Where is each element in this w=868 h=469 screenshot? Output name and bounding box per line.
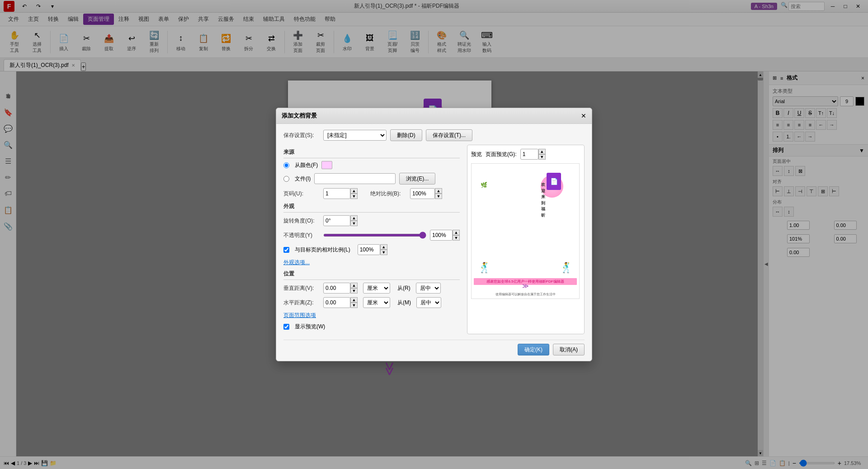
opacity-spinner: ▲ ▼ <box>430 230 460 241</box>
color-radio[interactable] <box>283 162 289 168</box>
vertical-from-select[interactable]: 居中 <box>416 283 441 294</box>
rotation-label: 旋转角度(O): <box>283 217 320 225</box>
show-preview-checkbox[interactable] <box>283 324 289 330</box>
preview-down-btn[interactable]: ▼ <box>538 154 546 160</box>
from-m-label: 从(M) <box>397 299 411 307</box>
horizontal-from-select[interactable]: 居中 <box>416 297 441 308</box>
page-range-link[interactable]: 页面范围选项 <box>283 312 316 319</box>
vertical-unit-select[interactable]: 厘米 <box>363 283 390 294</box>
horiz-up-btn[interactable]: ▲ <box>350 297 358 303</box>
horizontal-unit-select[interactable]: 厘米 <box>363 297 390 308</box>
color-swatch[interactable] <box>321 161 332 169</box>
rotation-down-btn[interactable]: ▼ <box>350 221 358 226</box>
rel-scale-up-btn[interactable]: ▲ <box>380 244 387 250</box>
position-section-title: 位置 <box>283 270 460 280</box>
vert-up-btn[interactable]: ▲ <box>350 283 358 288</box>
horizontal-input[interactable] <box>323 297 350 308</box>
file-option-row: 文件(I) 浏览(E)... <box>283 173 460 185</box>
file-input[interactable] <box>314 173 396 184</box>
page-up-btn[interactable]: ▲ <box>350 188 358 194</box>
opacity-label: 不透明度(Y) <box>283 232 320 239</box>
color-option-row: 从颜色(F) <box>283 161 460 169</box>
from-r-label: 从(R) <box>397 284 410 292</box>
preview-welcome: 欢迎来到福昕 <box>541 182 545 218</box>
ok-btn[interactable]: 确定(K) <box>518 344 549 355</box>
preview-label: 预览 <box>471 151 482 158</box>
cancel-btn[interactable]: 取消(A) <box>553 344 585 355</box>
opacity-slider[interactable] <box>323 234 426 237</box>
page-range-row: 页面范围选项 <box>283 312 460 319</box>
dialog-body: 保存设置(S): [未指定] 删除(D) 保存设置(T)... 来源 从颜色(F… <box>276 124 592 361</box>
page-scale-row: 页码(U): ▲ ▼ 绝对比例(B): ▲ <box>283 188 460 199</box>
save-settings-btn[interactable]: 保存设置(T)... <box>426 129 472 141</box>
opacity-down-btn[interactable]: ▼ <box>453 235 460 241</box>
dialog-title-text: 添加文档背景 <box>282 112 317 120</box>
color-option-label: 从颜色(F) <box>295 161 318 169</box>
file-radio[interactable] <box>283 176 289 182</box>
dialog-left: 来源 从颜色(F) 文件(I) 浏览(E)... <box>283 145 460 334</box>
preview-subtext: 使用编辑器可以解放自在属于您工作生活中 <box>474 292 577 296</box>
file-option-label: 文件(I) <box>295 175 311 183</box>
scale-checkbox-label: 与目标页的相对比例(L) <box>295 246 350 254</box>
rel-scale-spinner: ▲ ▼ <box>358 244 387 255</box>
dialog-buttons: 确定(K) 取消(A) <box>283 340 585 355</box>
vert-down-btn[interactable]: ▼ <box>350 288 358 294</box>
opacity-row: 不透明度(Y) ▲ ▼ <box>283 230 460 241</box>
dialog-overlay: 添加文档背景 ✕ 保存设置(S): [未指定] 删除(D) 保存设置(T)...… <box>0 0 868 469</box>
delete-btn[interactable]: 删除(D) <box>390 129 422 141</box>
vertical-spinner: ▲ ▼ <box>323 283 358 294</box>
preview-chevron: ≫ <box>522 282 529 289</box>
source-section-title: 来源 <box>283 148 460 158</box>
abs-scale-label: 绝对比例(B): <box>370 190 406 198</box>
dialog-close-btn[interactable]: ✕ <box>581 112 586 119</box>
page-label: 页码(U): <box>283 190 320 198</box>
preview-header: 预览 页面预览(G): ▲ ▼ <box>471 149 580 160</box>
appearance-section-title: 外观 <box>283 203 460 213</box>
scale-checkbox[interactable] <box>283 247 289 253</box>
page-spinner: ▲ ▼ <box>323 188 358 199</box>
scale-up-btn[interactable]: ▲ <box>435 188 442 194</box>
abs-scale-spinner: ▲ ▼ <box>410 188 442 199</box>
advanced-link[interactable]: 外观选项... <box>283 259 310 266</box>
preview-leaf: 🌿 <box>481 182 487 188</box>
save-settings-row: 保存设置(S): [未指定] 删除(D) 保存设置(T)... <box>283 129 585 141</box>
preview-canvas: 📄 欢迎来到福昕 🕺 🕺 感谢您如全球6.5亿用户一样使用福昕PDF编辑器 <box>471 163 580 299</box>
vertical-input[interactable] <box>323 283 350 294</box>
preview-section: 来源 从颜色(F) 文件(I) 浏览(E)... <box>283 145 585 334</box>
vertical-label: 垂直距离(V): <box>283 284 320 292</box>
show-preview-row: 显示预览(W) <box>283 323 460 331</box>
horizontal-spinner: ▲ ▼ <box>323 297 358 308</box>
page-down-btn[interactable]: ▼ <box>350 194 358 199</box>
page-input[interactable] <box>323 188 350 199</box>
dialog-preview: 预览 页面预览(G): ▲ ▼ <box>467 145 585 334</box>
horiz-down-btn[interactable]: ▼ <box>350 303 358 308</box>
rotation-spinner: ▲ ▼ <box>323 215 358 226</box>
rel-scale-input[interactable] <box>358 244 380 255</box>
show-preview-label: 显示预览(W) <box>295 323 325 331</box>
preview-doc: 📄 <box>547 173 561 190</box>
rel-scale-down-btn[interactable]: ▼ <box>380 250 387 255</box>
rotation-row: 旋转角度(O): ▲ ▼ <box>283 215 460 226</box>
horizontal-label: 水平距离(Z): <box>283 299 320 307</box>
save-settings-label: 保存设置(S): <box>283 132 320 139</box>
settings-select[interactable]: [未指定] <box>323 130 387 141</box>
rotation-input[interactable] <box>323 215 350 226</box>
abs-scale-input[interactable] <box>410 188 435 199</box>
preview-person-r: 🕺 <box>560 262 572 274</box>
vertical-row: 垂直距离(V): ▲ ▼ 厘米 从(R) <box>283 283 460 294</box>
preview-up-btn[interactable]: ▲ <box>538 149 546 154</box>
scale-down-btn[interactable]: ▼ <box>435 194 442 199</box>
scale-checkbox-row: 与目标页的相对比例(L) ▲ ▼ <box>283 244 460 255</box>
dialog-title: 添加文档背景 ✕ <box>276 108 592 124</box>
preview-page-label: 页面预览(G): <box>486 151 517 158</box>
rotation-up-btn[interactable]: ▲ <box>350 215 358 221</box>
add-background-dialog: 添加文档背景 ✕ 保存设置(S): [未指定] 删除(D) 保存设置(T)...… <box>276 108 592 361</box>
browse-btn[interactable]: 浏览(E)... <box>399 173 435 185</box>
advanced-link-row: 外观选项... <box>283 259 460 266</box>
opacity-up-btn[interactable]: ▲ <box>453 230 460 235</box>
preview-page-input[interactable] <box>520 149 538 160</box>
preview-page-spinner: ▲ ▼ <box>520 149 546 160</box>
opacity-input[interactable] <box>430 230 453 241</box>
horizontal-row: 水平距离(Z): ▲ ▼ 厘米 从(M) <box>283 297 460 308</box>
preview-person-l: 🕺 <box>478 262 491 274</box>
